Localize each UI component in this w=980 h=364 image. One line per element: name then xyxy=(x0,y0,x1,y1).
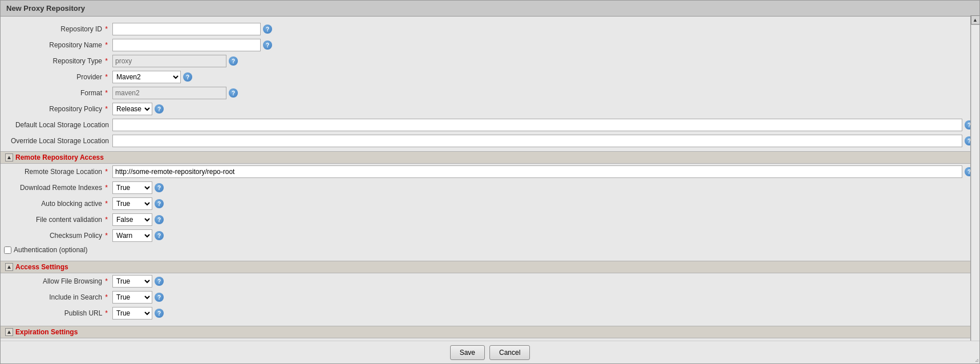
auto-blocking-help-icon[interactable]: ? xyxy=(155,199,164,208)
default-storage-control: ? xyxy=(112,119,976,131)
repository-policy-help-icon[interactable]: ? xyxy=(155,104,164,114)
include-search-select[interactable]: True False xyxy=(112,291,152,304)
main-window: New Proxy Repository Repository ID * ? R… xyxy=(0,0,980,364)
include-search-label: Include in Search * xyxy=(4,293,112,301)
checksum-policy-select[interactable]: Warn Fail Ignore xyxy=(112,229,152,242)
publish-url-select[interactable]: True False xyxy=(112,307,152,319)
scroll-up-button[interactable]: ▲ xyxy=(971,15,980,25)
include-search-help-icon[interactable]: ? xyxy=(155,293,164,302)
cancel-button[interactable]: Cancel xyxy=(489,345,530,360)
access-section-toggle[interactable]: ▲ xyxy=(5,263,13,271)
remote-section-header: ▲ Remote Repository Access xyxy=(1,151,979,164)
publish-url-control: True False ? xyxy=(112,307,976,319)
required-star-13: * xyxy=(105,293,108,301)
form-area: Repository ID * ? Repository Name * ? Re… xyxy=(1,17,979,347)
format-control: ? xyxy=(112,87,976,99)
expiration-section-title: Expiration Settings xyxy=(15,328,78,336)
allow-browsing-help-icon[interactable]: ? xyxy=(155,277,164,286)
repository-id-help-icon[interactable]: ? xyxy=(263,25,272,34)
checksum-policy-row: Checksum Policy * Warn Fail Ignore ? xyxy=(1,228,979,244)
download-indexes-select[interactable]: True False xyxy=(112,181,152,194)
auto-blocking-row: Auto blocking active * True False ? xyxy=(1,196,979,212)
window-title: New Proxy Repository xyxy=(1,1,979,17)
repository-name-input[interactable] xyxy=(112,39,261,51)
download-indexes-row: Download Remote Indexes * True False ? xyxy=(1,180,979,196)
repository-id-input[interactable] xyxy=(112,23,261,35)
required-star-4: * xyxy=(105,73,108,81)
required-star-12: * xyxy=(105,277,108,285)
publish-url-row: Publish URL * True False ? xyxy=(1,305,979,321)
publish-url-help-icon[interactable]: ? xyxy=(155,309,164,318)
file-validation-control: False True ? xyxy=(112,213,976,226)
format-input xyxy=(112,87,226,99)
format-label: Format * xyxy=(4,89,112,97)
repository-name-help-icon[interactable]: ? xyxy=(263,41,272,50)
repository-policy-row: Repository Policy * Release Snapshot Mix… xyxy=(1,101,979,117)
default-storage-row: Default Local Storage Location ? xyxy=(1,117,979,133)
repository-type-input xyxy=(112,55,226,67)
required-star-8: * xyxy=(105,184,108,192)
override-storage-row: Override Local Storage Location ? xyxy=(1,133,979,149)
remote-storage-input[interactable] xyxy=(112,165,962,178)
access-section-body: Allow File Browsing * True False ? Inclu… xyxy=(1,273,979,321)
default-storage-label: Default Local Storage Location xyxy=(4,121,112,129)
auto-blocking-label: Auto blocking active * xyxy=(4,200,112,208)
allow-browsing-select[interactable]: True False xyxy=(112,275,152,288)
expiration-section-header: ▲ Expiration Settings xyxy=(1,326,979,338)
repository-name-control: ? xyxy=(112,39,976,51)
file-validation-row: File content validation * False True ? xyxy=(1,212,979,228)
download-indexes-label: Download Remote Indexes * xyxy=(4,184,112,192)
checksum-policy-control: Warn Fail Ignore ? xyxy=(112,229,976,242)
expiration-section-toggle[interactable]: ▲ xyxy=(5,328,13,336)
remote-storage-label: Remote Storage Location * xyxy=(4,168,112,176)
file-validation-select[interactable]: False True xyxy=(112,213,152,226)
repository-type-control: ? xyxy=(112,55,976,67)
file-validation-help-icon[interactable]: ? xyxy=(155,215,164,224)
provider-help-icon[interactable]: ? xyxy=(183,72,192,82)
auth-checkbox[interactable] xyxy=(4,246,11,254)
repository-id-label: Repository ID * xyxy=(4,25,112,33)
provider-control: Maven2 Maven1 NuGet ? xyxy=(112,71,976,83)
download-indexes-control: True False ? xyxy=(112,181,976,194)
repository-name-label: Repository Name * xyxy=(4,41,112,49)
file-validation-label: File content validation * xyxy=(4,216,112,224)
repository-type-row: Repository Type * ? xyxy=(1,53,979,69)
repository-type-help-icon[interactable]: ? xyxy=(229,56,238,66)
access-section-title: Access Settings xyxy=(15,263,68,271)
required-star-11: * xyxy=(105,232,108,240)
auth-label: Authentication (optional) xyxy=(14,246,87,254)
resize-corner[interactable]: ⊿ xyxy=(970,354,979,363)
required-star-7: * xyxy=(105,168,108,176)
format-row: Format * ? xyxy=(1,85,979,101)
remote-storage-row: Remote Storage Location * ? xyxy=(1,164,979,180)
scrollbar: ▲ ▼ xyxy=(970,15,979,364)
remote-storage-control: ? xyxy=(112,165,976,178)
override-storage-control: ? xyxy=(112,135,976,147)
allow-browsing-label: Allow File Browsing * xyxy=(4,277,112,285)
repository-policy-label: Repository Policy * xyxy=(4,105,112,113)
required-star: * xyxy=(105,25,108,33)
download-indexes-help-icon[interactable]: ? xyxy=(155,183,164,192)
publish-url-label: Publish URL * xyxy=(4,309,112,317)
remote-section-title: Remote Repository Access xyxy=(15,153,104,161)
remote-section-toggle[interactable]: ▲ xyxy=(5,153,13,161)
checksum-policy-help-icon[interactable]: ? xyxy=(155,231,164,240)
repository-policy-control: Release Snapshot Mixed ? xyxy=(112,103,976,115)
save-button[interactable]: Save xyxy=(450,345,485,360)
default-storage-input[interactable] xyxy=(112,119,962,131)
auto-blocking-control: True False ? xyxy=(112,197,976,210)
required-star-5: * xyxy=(105,89,108,97)
auto-blocking-select[interactable]: True False xyxy=(112,197,152,210)
repository-type-label: Repository Type * xyxy=(4,57,112,65)
override-storage-input[interactable] xyxy=(112,135,962,147)
scroll-track[interactable] xyxy=(971,25,980,364)
provider-select[interactable]: Maven2 Maven1 NuGet xyxy=(112,71,181,83)
override-storage-label: Override Local Storage Location xyxy=(4,137,112,145)
provider-label: Provider * xyxy=(4,73,112,81)
provider-row: Provider * Maven2 Maven1 NuGet ? xyxy=(1,69,979,85)
include-search-row: Include in Search * True False ? xyxy=(1,289,979,305)
required-star-2: * xyxy=(105,41,108,49)
repository-policy-select[interactable]: Release Snapshot Mixed xyxy=(112,103,152,115)
format-help-icon[interactable]: ? xyxy=(229,88,238,98)
include-search-control: True False ? xyxy=(112,291,976,304)
